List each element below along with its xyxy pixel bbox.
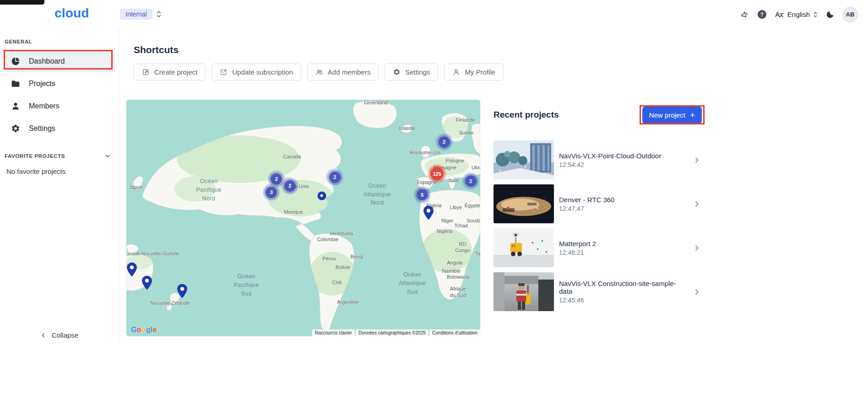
keyboard-shortcuts-link[interactable]: Raccourcis clavier [312, 329, 355, 336]
project-info: NavVis-VLX-Point-Cloud-Outdoor 12:54:42 [559, 152, 661, 168]
map-cluster-marker[interactable]: 2 [326, 168, 343, 186]
map-cluster-marker[interactable]: 5 [413, 186, 431, 204]
collapse-sidebar-button[interactable]: Collapse [0, 331, 119, 339]
project-info: Denver - RTC 360 12:47:47 [559, 196, 614, 212]
sidebar-item-label: Dashboard [29, 57, 65, 65]
update-subscription-button[interactable]: Update subscription [212, 64, 301, 81]
create-project-button[interactable]: Create project [134, 64, 206, 81]
project-name: Matterport 2 [559, 240, 596, 248]
project-time: 12:47:47 [559, 205, 614, 212]
project-row[interactable]: Matterport 2 12:46:21 [494, 228, 703, 267]
cluster-count: 2 [329, 172, 341, 183]
chevron-right-icon [693, 156, 700, 164]
open-external-icon [220, 68, 228, 76]
my-profile-button[interactable]: My Profile [444, 64, 504, 81]
project-time: 12:54:42 [559, 161, 661, 168]
map-cluster-marker[interactable]: 2 [435, 133, 453, 151]
chevron-right-icon [693, 288, 700, 296]
help-icon[interactable]: ? [758, 10, 766, 19]
terms-of-use-link[interactable]: Conditions d'utilisation [429, 329, 480, 336]
project-row[interactable]: NavVis-VLX-Point-Cloud-Outdoor 12:54:42 [494, 140, 703, 179]
cluster-count: 3 [266, 187, 277, 198]
google-letter: g [146, 326, 151, 334]
add-members-button[interactable]: Add members [307, 64, 379, 81]
project-name: NavVis-VLX Construction-site-sample-data [559, 280, 688, 295]
gear-icon [393, 68, 401, 76]
sidebar-item-projects[interactable]: Projects [4, 72, 115, 95]
language-label: English [787, 11, 810, 18]
browser-tab-fragment [0, 0, 44, 5]
recent-projects-panel: Recent projects New project + [494, 106, 703, 316]
project-thumbnail [494, 228, 554, 267]
shortcuts-row: Create project Update subscription Add m… [134, 64, 504, 81]
button-label: Add members [328, 68, 370, 76]
chevron-left-icon [40, 332, 47, 339]
project-row[interactable]: NavVis-VLX Construction-site-sample-data… [494, 272, 703, 311]
map-pin-icon[interactable] [127, 263, 137, 277]
announcements-icon[interactable] [740, 10, 750, 19]
google-letter: o [137, 326, 141, 334]
projects-map[interactable]: Océan Pacifique Nord Océan Atlantique No… [126, 100, 480, 336]
button-label: Settings [405, 68, 430, 76]
project-name: NavVis-VLX-Point-Cloud-Outdoor [559, 152, 661, 160]
recent-projects-list: NavVis-VLX-Point-Cloud-Outdoor 12:54:42 [494, 140, 703, 311]
map-cluster-marker[interactable]: 125 [428, 164, 447, 183]
map-attribution: Raccourcis clavier Données cartographiqu… [311, 329, 480, 336]
sidebar-item-label: Projects [29, 80, 55, 88]
map-cluster-marker[interactable]: 2 [462, 172, 479, 190]
project-row[interactable]: Denver - RTC 360 12:47:47 [494, 184, 703, 223]
project-name: Denver - RTC 360 [559, 196, 614, 204]
cluster-count: 5 [417, 189, 428, 200]
sidebar-section-general: GENERAL [5, 39, 119, 44]
workspace-badge[interactable]: Internal [120, 9, 152, 20]
map-cluster-marker[interactable]: 2 [281, 177, 298, 194]
gear-icon [11, 124, 20, 133]
sidebar-item-members[interactable]: Members [4, 95, 115, 117]
chevron-right-icon [693, 244, 700, 252]
sidebar-item-label: Members [29, 102, 60, 110]
chevron-down-icon [104, 152, 111, 160]
shortcut-settings-button[interactable]: Settings [385, 64, 438, 81]
project-info: Matterport 2 12:46:21 [559, 240, 596, 256]
language-selector[interactable]: English [774, 10, 818, 20]
map-pin-icon[interactable] [423, 205, 434, 220]
map-cluster-marker[interactable]: 3 [263, 183, 280, 201]
button-label: Update subscription [232, 68, 293, 76]
avatar[interactable]: AB [842, 7, 858, 22]
project-thumbnail [494, 184, 554, 223]
dark-mode-icon[interactable] [825, 10, 835, 19]
map-pin-icon[interactable] [317, 191, 326, 200]
button-label: Create project [154, 68, 197, 76]
google-letter: o [141, 326, 146, 334]
sidebar-item-label: Settings [29, 124, 55, 133]
recent-projects-title: Recent projects [494, 110, 559, 120]
cluster-count: 2 [465, 175, 477, 187]
map-pin-icon[interactable] [142, 275, 152, 290]
cluster-count: 2 [284, 180, 296, 192]
people-icon [315, 68, 323, 76]
sidebar-item-settings[interactable]: Settings [4, 117, 115, 140]
google-logo[interactable]: Google [131, 326, 157, 334]
project-time: 12:45:46 [559, 296, 688, 304]
map-pin-icon[interactable] [177, 284, 187, 298]
google-letter: G [131, 326, 137, 334]
plus-icon: + [690, 111, 695, 119]
favorites-label: FAVORITE PROJECTS [5, 153, 65, 159]
new-project-button[interactable]: New project + [642, 107, 702, 124]
sidebar-item-dashboard[interactable]: Dashboard [4, 50, 115, 72]
dashboard-icon [11, 57, 20, 66]
create-project-icon [142, 68, 150, 76]
new-project-label: New project [649, 111, 685, 119]
collapse-label: Collapse [52, 331, 78, 339]
unfold-icon [156, 10, 162, 18]
project-thumbnail [494, 272, 554, 311]
profile-icon [452, 68, 460, 76]
button-label: My Profile [465, 68, 495, 76]
shortcuts-title: Shortcuts [134, 44, 179, 55]
google-letter: e [152, 326, 157, 334]
project-time: 12:46:21 [559, 249, 596, 256]
favorites-empty-text: No favorite projects [6, 167, 119, 175]
favorites-header[interactable]: FAVORITE PROJECTS [5, 152, 111, 160]
top-header: cloud Internal ? English AB [0, 0, 868, 29]
workspace-selector[interactable]: Internal [120, 9, 162, 20]
